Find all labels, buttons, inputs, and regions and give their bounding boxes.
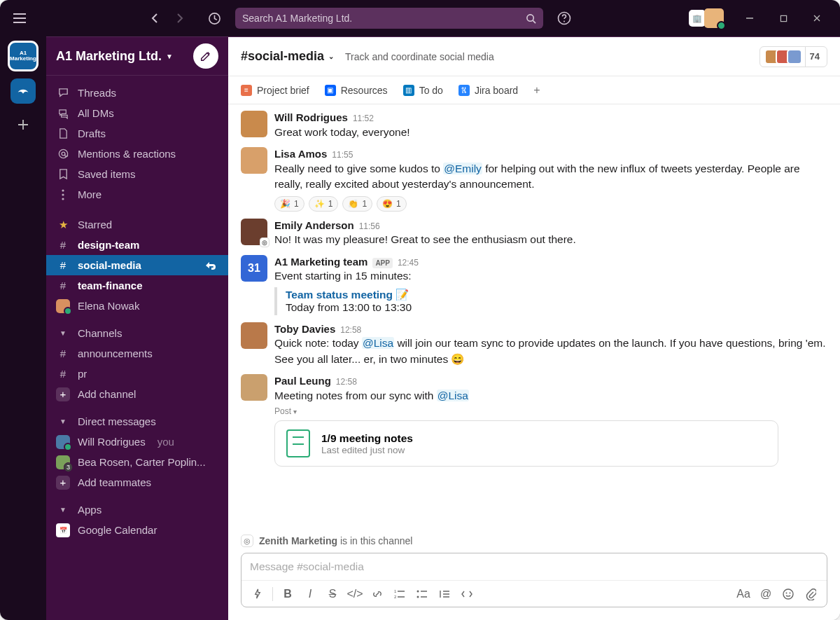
avatar	[56, 435, 70, 449]
doc-icon: ≡	[241, 85, 252, 96]
svg-point-6	[62, 152, 65, 156]
search-input[interactable]: Search A1 Marketing Ltd.	[235, 8, 543, 29]
mention[interactable]: @Emily	[443, 163, 482, 174]
message[interactable]: 31A1 Marketing teamAPP12:45Event startin…	[228, 252, 840, 319]
shortcuts-button[interactable]	[247, 584, 268, 605]
hamburger-icon[interactable]	[8, 7, 31, 29]
message-list[interactable]: Will Rodrigues11:52Great work today, eve…	[228, 104, 840, 529]
bookmark-jira[interactable]: ⛕ Jira board	[458, 85, 518, 96]
dm-group-bea-carter[interactable]: Bea Rosen, Carter Poplin...	[46, 452, 228, 472]
section-direct-messages[interactable]: ▼ Direct messages	[46, 411, 228, 432]
mention-button[interactable]: @	[755, 584, 776, 605]
app-google-calendar[interactable]: 📅 Google Calendar	[46, 520, 228, 540]
bookmark-todo[interactable]: ▥ To do	[403, 85, 443, 96]
history-clock-icon[interactable]	[203, 7, 225, 29]
bold-button[interactable]: B	[277, 584, 298, 605]
message[interactable]: Lisa Amos11:55Really need to give some k…	[228, 144, 840, 215]
channel-pr[interactable]: # pr	[46, 364, 228, 384]
section-apps[interactable]: ▼ Apps	[46, 500, 228, 520]
nav-saved-items[interactable]: Saved items	[46, 164, 228, 184]
add-teammates-button[interactable]: + Add teammates	[46, 472, 228, 492]
strikethrough-button[interactable]: S	[322, 584, 343, 605]
workspace-tile-2[interactable]	[10, 78, 36, 104]
attach-button[interactable]	[800, 584, 821, 605]
ordered-list-button[interactable]: 12	[389, 584, 410, 605]
channel-title-button[interactable]: #social-media ⌄	[241, 49, 334, 64]
app-icon: ◎	[241, 535, 253, 547]
message-time: 12:45	[398, 258, 419, 269]
workspace-tile-active[interactable]: A1 Marketing	[9, 42, 37, 70]
huddle-icon[interactable]	[204, 261, 218, 270]
section-channels[interactable]: ▼ Channels	[46, 323, 228, 343]
dm-elena-nowak[interactable]: Elena Nowak	[46, 296, 228, 316]
compose-button[interactable]	[193, 43, 218, 69]
window-minimize-button[interactable]	[735, 7, 764, 29]
document-icon	[286, 429, 310, 457]
message[interactable]: Will Rodrigues11:52Great work today, eve…	[228, 107, 840, 144]
bookmark-resources[interactable]: ▣ Resources	[325, 85, 388, 96]
nav-threads[interactable]: Threads	[46, 83, 228, 103]
emoji-button[interactable]	[778, 584, 799, 605]
message-author[interactable]: Will Rodrigues	[274, 111, 348, 125]
channel-topic[interactable]: Track and coordinate social media	[345, 51, 494, 62]
window-maximize-button[interactable]	[769, 7, 798, 29]
window-close-button[interactable]	[802, 7, 832, 29]
message-author[interactable]: Toby Davies	[274, 322, 335, 336]
nav-all-dms[interactable]: All DMs	[46, 103, 228, 123]
hash-icon: #	[56, 280, 70, 291]
file-attachment[interactable]: 1/9 meeting notesLast edited just now	[274, 420, 778, 467]
code-button[interactable]: </>	[344, 584, 365, 605]
channel-design-team[interactable]: # design-team	[46, 235, 228, 255]
nav-mentions[interactable]: Mentions & reactions	[46, 144, 228, 164]
message-author[interactable]: Lisa Amos	[274, 147, 327, 161]
mention[interactable]: @Lisa	[362, 337, 394, 349]
reaction[interactable]: 🎉1	[274, 196, 304, 212]
nav-drafts[interactable]: Drafts	[46, 123, 228, 144]
message-author[interactable]: A1 Marketing team	[274, 255, 368, 269]
channel-team-finance[interactable]: # team-finance	[46, 275, 228, 296]
member-count: 74	[805, 47, 827, 67]
svg-point-12	[417, 590, 419, 592]
message-time: 12:58	[336, 377, 357, 388]
channel-announcements[interactable]: # announcements	[46, 343, 228, 364]
dm-will-rodrigues[interactable]: Will Rodrigues you	[46, 432, 228, 452]
bullet-list-button[interactable]	[412, 584, 433, 605]
reaction[interactable]: ✨1	[309, 196, 339, 212]
message-time: 11:56	[359, 221, 380, 233]
link-button[interactable]	[367, 584, 388, 605]
workspace-header[interactable]: A1 Marketing Ltd. ▼	[46, 36, 228, 76]
message-author[interactable]: Paul Leung	[274, 374, 331, 388]
composer-input[interactable]: Message #social-media	[241, 553, 827, 580]
message[interactable]: ◎Emily Anderson11:56No! It was my pleasu…	[228, 215, 840, 252]
blockquote-button[interactable]	[434, 584, 455, 605]
section-starred[interactable]: ★ Starred	[46, 214, 228, 235]
nav-more[interactable]: More	[46, 184, 228, 205]
reactions: 🎉1✨1👏1😍1	[274, 196, 827, 212]
bookmark-project-brief[interactable]: ≡ Project brief	[241, 85, 309, 96]
account-switcher[interactable]: 🏢	[689, 8, 724, 28]
post-label[interactable]: Post ▾	[274, 406, 827, 416]
help-icon[interactable]	[553, 7, 575, 29]
message[interactable]: Paul Leung12:58Meeting notes from our sy…	[228, 371, 840, 470]
add-bookmark-button[interactable]: +	[533, 84, 540, 97]
mention[interactable]: @Lisa	[437, 390, 469, 401]
dropbox-icon: ▣	[325, 85, 336, 96]
svg-rect-4	[780, 15, 786, 21]
format-button[interactable]: Aa	[733, 584, 754, 605]
event-attachment[interactable]: Team status meeting 📝Today from 13:00 to…	[274, 287, 827, 315]
channel-members-button[interactable]: 74	[760, 46, 827, 67]
channel-social-media[interactable]: # social-media	[46, 255, 228, 275]
reaction[interactable]: 😍1	[377, 196, 407, 212]
message[interactable]: Toby Davies12:58Quick note: today @Lisa …	[228, 319, 840, 371]
reaction[interactable]: 👏1	[342, 196, 372, 212]
composer-toolbar: B I S </> 12 Aa @	[241, 580, 827, 607]
add-channel-button[interactable]: + Add channel	[46, 384, 228, 404]
italic-button[interactable]: I	[300, 584, 321, 605]
add-workspace-button[interactable]	[10, 112, 36, 137]
history-back-button[interactable]	[144, 7, 167, 29]
message-author[interactable]: Emily Anderson	[274, 219, 354, 233]
code-block-button[interactable]	[456, 584, 477, 605]
hash-icon: #	[56, 347, 70, 359]
message-composer[interactable]: Message #social-media B I S </> 12	[241, 553, 827, 607]
calendar-icon: 31	[241, 255, 267, 282]
